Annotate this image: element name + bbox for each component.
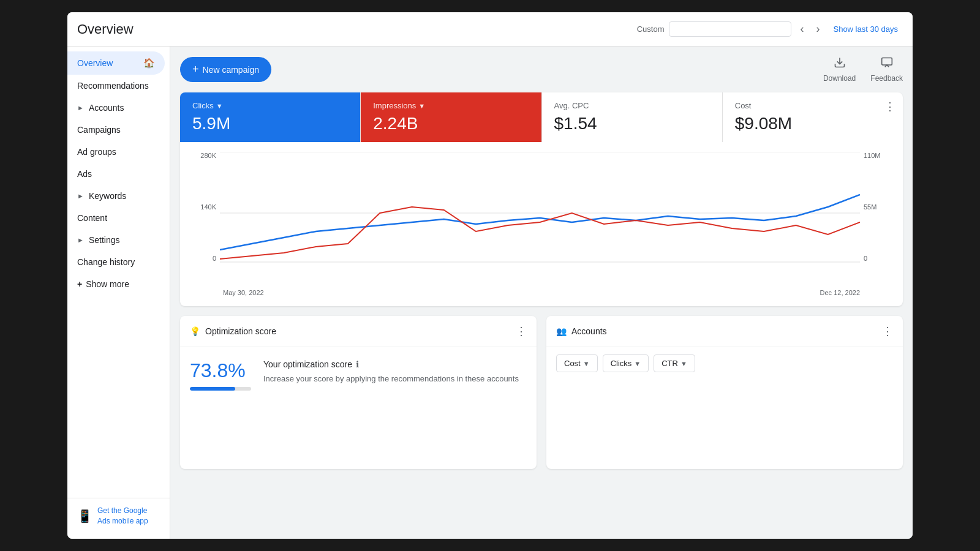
- new-campaign-label: New campaign: [203, 65, 260, 75]
- optimization-more-button[interactable]: ⋮: [516, 324, 527, 338]
- y-left-mid: 140K: [192, 203, 216, 211]
- impressions-label: Impressions ▼: [373, 101, 529, 110]
- avg-cpc-metric: Avg. CPC $1.54: [542, 92, 723, 142]
- y-right-mid: 55M: [864, 203, 891, 211]
- clicks-filter-button[interactable]: Clicks ▼: [603, 354, 649, 372]
- content-area: + New campaign Download: [170, 47, 913, 539]
- date-range-input[interactable]: [669, 21, 791, 37]
- score-info-title: Your optimization score ℹ: [263, 359, 519, 369]
- new-campaign-button[interactable]: + New campaign: [180, 57, 271, 82]
- cost-filter-label: Cost: [564, 359, 581, 368]
- metrics-more-button[interactable]: ⋮: [884, 100, 895, 113]
- download-button[interactable]: Download: [823, 56, 856, 83]
- accounts-filters: Cost ▼ Clicks ▼ CTR ▼: [546, 347, 903, 380]
- download-label: Download: [823, 74, 856, 83]
- sidebar-item-content[interactable]: Content: [67, 207, 165, 229]
- ctr-filter-arrow: ▼: [680, 360, 687, 367]
- metrics-card: Clicks ▼ 5.9M Impressions ▼ 2.24B: [180, 92, 903, 306]
- sidebar-item-label: Settings: [89, 235, 120, 245]
- sidebar-item-label: Ads: [77, 169, 92, 179]
- sidebar-item-label: Keywords: [89, 191, 126, 201]
- bottom-cards: 💡 Optimization score ⋮ 73.8%: [180, 316, 903, 469]
- accounts-title-label: Accounts: [571, 326, 607, 336]
- y-left-top: 280K: [192, 152, 216, 159]
- optimization-card: 💡 Optimization score ⋮ 73.8%: [180, 316, 537, 469]
- cost-filter-arrow: ▼: [583, 360, 590, 367]
- home-icon: 🏠: [143, 58, 155, 69]
- custom-label: Custom: [637, 24, 665, 34]
- page-title: Overview: [77, 21, 630, 37]
- top-bar: Overview Custom ‹ › Show last 30 days: [67, 12, 913, 47]
- score-bar: [190, 387, 251, 391]
- accounts-card-title: 👥 Accounts: [556, 326, 607, 336]
- optimization-card-header: 💡 Optimization score ⋮: [180, 316, 537, 347]
- clicks-filter-arrow: ▼: [634, 360, 641, 367]
- sidebar-item-adgroups[interactable]: Ad groups: [67, 141, 165, 163]
- sidebar-item-ads[interactable]: Ads: [67, 163, 165, 185]
- optimization-title-label: Optimization score: [205, 326, 276, 336]
- sidebar-item-label: Ad groups: [77, 147, 116, 157]
- sidebar-item-overview[interactable]: Overview 🏠: [67, 51, 165, 75]
- sidebar-item-label: Accounts: [89, 103, 124, 113]
- plus-icon: +: [77, 279, 82, 289]
- y-right-top: 110M: [864, 152, 891, 159]
- accounts-icon: 👥: [556, 326, 567, 336]
- impressions-dropdown-icon[interactable]: ▼: [418, 102, 425, 110]
- sidebar-item-label: Campaigns: [77, 125, 121, 135]
- info-icon[interactable]: ℹ: [356, 359, 359, 369]
- clicks-label: Clicks ▼: [192, 101, 348, 110]
- cost-filter-button[interactable]: Cost ▼: [556, 354, 598, 372]
- ctr-filter-button[interactable]: CTR ▼: [654, 354, 695, 372]
- sidebar-item-campaigns[interactable]: Campaigns: [67, 119, 165, 141]
- sidebar-item-label: Recommendations: [77, 81, 149, 91]
- cost-metric: Cost $9.08M ⋮: [723, 92, 903, 142]
- optimization-card-title: 💡 Optimization score: [190, 326, 276, 336]
- mobile-app-link[interactable]: 📱 Get the Google Ads mobile app: [67, 498, 170, 534]
- optimization-content: 73.8% Your optimization score ℹ Increase…: [180, 347, 537, 403]
- score-info: Your optimization score ℹ Increase your …: [263, 359, 519, 385]
- expand-icon: ►: [77, 192, 84, 200]
- next-date-button[interactable]: ›: [812, 19, 823, 39]
- download-icon: [834, 56, 846, 72]
- show-more-button[interactable]: + Show more: [67, 273, 170, 295]
- impressions-metric: Impressions ▼ 2.24B: [361, 92, 541, 142]
- score-value: 73.8%: [190, 359, 251, 382]
- feedback-icon: [881, 56, 893, 72]
- feedback-label: Feedback: [870, 74, 903, 83]
- chart-x-labels: May 30, 2022 Dec 12, 2022: [223, 289, 860, 296]
- expand-icon: ►: [77, 236, 84, 244]
- feedback-button[interactable]: Feedback: [870, 56, 903, 83]
- ctr-filter-label: CTR: [662, 359, 678, 368]
- chart-area: 280K 140K 0: [180, 142, 903, 306]
- main-layout: Overview 🏠 Recommendations ► Accounts Ca…: [67, 47, 913, 539]
- mobile-app-line2: Ads mobile app: [97, 517, 148, 525]
- cost-value: $9.08M: [735, 114, 891, 133]
- sidebar-item-label: Change history: [77, 257, 135, 267]
- y-right-bottom: 0: [864, 255, 891, 262]
- sidebar-item-recommendations[interactable]: Recommendations: [67, 75, 165, 97]
- lightbulb-icon: 💡: [190, 326, 200, 336]
- sidebar-item-keywords[interactable]: ► Keywords: [67, 185, 165, 207]
- sidebar-item-label: Overview: [77, 58, 113, 68]
- y-left-bottom: 0: [192, 255, 216, 262]
- metrics-top: Clicks ▼ 5.9M Impressions ▼ 2.24B: [180, 92, 903, 142]
- clicks-filter-label: Clicks: [611, 359, 632, 368]
- prev-date-button[interactable]: ‹: [796, 19, 807, 39]
- svg-rect-1: [881, 58, 892, 66]
- chart-svg: [220, 152, 860, 274]
- sidebar-item-accounts[interactable]: ► Accounts: [67, 97, 165, 119]
- x-start-label: May 30, 2022: [223, 289, 264, 296]
- plus-icon: +: [192, 63, 199, 76]
- avg-cpc-value: $1.54: [554, 114, 710, 133]
- clicks-dropdown-icon[interactable]: ▼: [216, 102, 223, 110]
- sidebar-item-label: Content: [77, 213, 107, 223]
- accounts-more-button[interactable]: ⋮: [882, 324, 893, 338]
- top-bar-right: Custom ‹ › Show last 30 days: [637, 19, 903, 39]
- clicks-value: 5.9M: [192, 114, 348, 133]
- show-last-days-button[interactable]: Show last 30 days: [828, 21, 903, 37]
- mobile-app-line1: Get the Google: [97, 506, 147, 515]
- cost-label: Cost: [735, 101, 891, 110]
- sidebar-item-change-history[interactable]: Change history: [67, 251, 165, 273]
- action-bar: + New campaign Download: [180, 56, 903, 83]
- sidebar-item-settings[interactable]: ► Settings: [67, 229, 165, 251]
